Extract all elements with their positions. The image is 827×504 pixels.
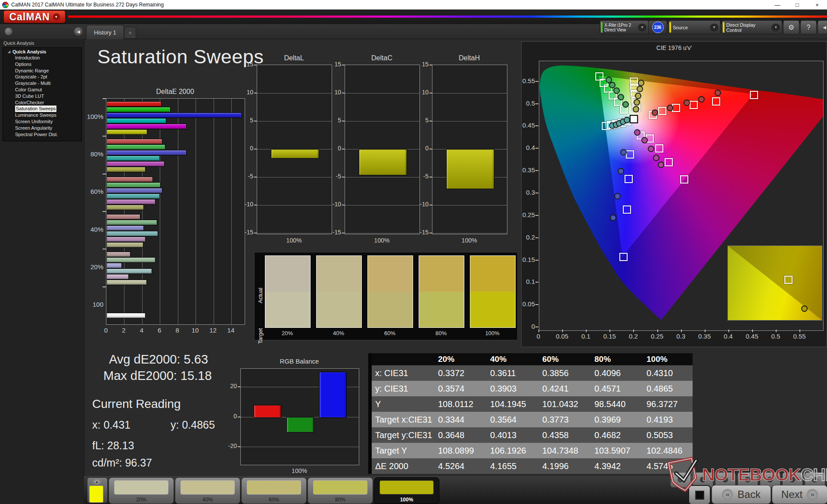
source-dropdown[interactable]: Source ▼ bbox=[668, 20, 721, 34]
meter-dropdown[interactable]: X-Rite i1Pro 2 Direct View ▼ bbox=[600, 20, 649, 34]
axis-tick bbox=[238, 446, 240, 447]
y-axis-group-label: 80% bbox=[84, 150, 103, 158]
meter-reading-badge-wrap: 236 bbox=[648, 20, 667, 34]
gear-icon: ⚙ bbox=[788, 23, 794, 31]
deltae-bar-blue bbox=[106, 112, 242, 118]
settings-button[interactable]: ⚙ bbox=[783, 20, 799, 34]
cell-value: 108.0899 bbox=[432, 443, 484, 458]
axis-tick bbox=[535, 148, 538, 149]
display-control-dropdown[interactable]: Direct Display Control ▼ bbox=[721, 20, 782, 34]
sidebar-item-color-gamut[interactable]: Color Gamut bbox=[3, 87, 81, 93]
calman-logo-menu[interactable]: CalMAN ▼ bbox=[3, 10, 65, 23]
tab-history-1[interactable]: History 1 bbox=[86, 25, 124, 39]
cell-value: 0.3856 bbox=[536, 365, 588, 381]
cie-1976-chart bbox=[539, 61, 824, 331]
knob-icon bbox=[745, 477, 750, 482]
pattern-button-40%[interactable]: 40% bbox=[175, 477, 240, 504]
deltal-chart bbox=[257, 65, 332, 234]
y-axis-tick-label: -20 bbox=[220, 442, 237, 449]
cell-value: 0.3611 bbox=[484, 365, 536, 381]
axis-tick bbox=[103, 174, 106, 174]
cie-x-tick-label: 0.4 bbox=[718, 333, 739, 340]
cell-value: 0.4013 bbox=[484, 427, 536, 443]
axis-tick bbox=[342, 177, 345, 177]
table-row: Target Y108.0899106.1926104.7348103.5907… bbox=[372, 443, 693, 458]
deltae-bar-yellow bbox=[106, 167, 146, 172]
tree-root[interactable]: Quick Analysis bbox=[3, 48, 81, 55]
sidebar-item-introduction[interactable]: Introduction bbox=[3, 55, 81, 61]
sidebar-item-dynamic-range[interactable]: Dynamic Range bbox=[3, 68, 81, 74]
help-button[interactable]: ? bbox=[800, 20, 817, 34]
close-button[interactable]: × bbox=[807, 0, 827, 9]
add-tab-button[interactable]: + bbox=[124, 27, 136, 39]
gridline bbox=[241, 447, 359, 447]
row-label: x: CIE31 bbox=[372, 365, 432, 381]
pattern-button-80%[interactable]: 80% bbox=[308, 477, 373, 504]
rgb-balance-bar-red bbox=[254, 405, 281, 418]
sidebar-item-saturation-sweeps[interactable]: Saturation Sweeps bbox=[3, 106, 81, 112]
gridline bbox=[257, 121, 332, 121]
cie-y-tick-label: 0.1 bbox=[516, 278, 535, 285]
axis-tick bbox=[429, 93, 432, 93]
sidebar-item-options[interactable]: Options bbox=[3, 61, 81, 68]
deltae-bar-red bbox=[106, 214, 140, 220]
sidebar-item-luminance-sweeps[interactable]: Luminance Sweeps bbox=[3, 112, 81, 118]
deltae-bar-yellow bbox=[106, 242, 143, 248]
axis-tick bbox=[657, 330, 658, 332]
pattern-button-60%[interactable]: 60% bbox=[241, 477, 307, 504]
x-axis-tick-label: 10 bbox=[189, 327, 202, 334]
y-axis-tick-label: -10 bbox=[237, 201, 253, 208]
back-button[interactable]: « Back bbox=[712, 485, 771, 504]
sidebar-item-grayscale-multi[interactable]: Grayscale - Multi bbox=[3, 80, 81, 87]
deltae-bar-green bbox=[106, 144, 165, 150]
axis-tick bbox=[254, 205, 257, 205]
rgb-balance-chart bbox=[240, 368, 359, 465]
pattern-button-20%[interactable]: 20% bbox=[109, 477, 174, 504]
arrow-up-icon: ▲ bbox=[93, 479, 101, 485]
stop-icon bbox=[695, 491, 704, 500]
gridline bbox=[160, 99, 160, 324]
sidebar-item-3d-cube-lut[interactable]: 3D Cube LUT bbox=[3, 93, 81, 100]
y-axis-tick-label: -5 bbox=[412, 173, 429, 180]
cie-target-blue bbox=[619, 253, 628, 261]
gridline bbox=[214, 99, 214, 324]
sidebar-collapse-button[interactable]: ◀ bbox=[74, 27, 83, 36]
panel-collapse-button[interactable]: ◀ bbox=[818, 20, 827, 34]
sidebar-item-label: Saturation Sweeps bbox=[15, 106, 56, 112]
restore-button[interactable]: □ bbox=[787, 0, 807, 9]
sidebar-item-screen-angularity[interactable]: Screen Angularity bbox=[3, 125, 81, 131]
y-axis-tick-label: 0 bbox=[412, 145, 429, 152]
gridline bbox=[432, 205, 507, 205]
axis-tick bbox=[799, 330, 800, 332]
knob-icon bbox=[812, 477, 818, 482]
pattern-option-button[interactable] bbox=[670, 472, 691, 488]
y-axis-tick-label: 15 bbox=[325, 61, 341, 68]
deltae-bar-blue bbox=[106, 225, 144, 231]
minimize-button[interactable]: — bbox=[768, 0, 787, 9]
deltae-bar-green bbox=[106, 220, 157, 225]
workspace-dot-button[interactable] bbox=[4, 27, 13, 36]
next-button[interactable]: Next » bbox=[772, 485, 827, 504]
stop-measure-button[interactable] bbox=[688, 485, 711, 504]
axis-tick bbox=[429, 65, 432, 65]
cell-value: 4.1996 bbox=[536, 458, 588, 474]
cie-x-tick-label: 0.05 bbox=[551, 333, 573, 340]
sidebar-item-grayscale-2pt[interactable]: Grayscale - 2pt bbox=[3, 74, 81, 80]
pattern-label: 40% bbox=[175, 497, 240, 503]
cie-y-tick-label: 0.25 bbox=[516, 211, 535, 218]
table-row: ΔE 20004.52644.16554.19964.39424.5745 bbox=[372, 458, 693, 474]
sidebar-item-colorchecker[interactable]: ColorChecker bbox=[3, 100, 81, 106]
cell-value: 0.4193 bbox=[640, 412, 693, 427]
pattern-button-100%[interactable]: 100% bbox=[374, 477, 439, 504]
cell-value: 98.5440 bbox=[588, 396, 640, 412]
chevrons-right-icon: » bbox=[807, 489, 818, 500]
axis-tick bbox=[429, 205, 432, 205]
sidebar-item-screen-uniformity[interactable]: Screen Uniformity bbox=[3, 118, 81, 125]
sidebar-item-label: Dynamic Range bbox=[15, 68, 49, 74]
cie-target-red bbox=[690, 101, 698, 109]
actual-swatch bbox=[368, 256, 413, 292]
y-axis-tick-label: 0 bbox=[325, 145, 341, 152]
knob-icon bbox=[700, 477, 706, 482]
sidebar-item-spectral-power-dist-[interactable]: Spectral Power Dist. bbox=[3, 131, 81, 138]
deltae-bar-yellow bbox=[106, 129, 147, 135]
